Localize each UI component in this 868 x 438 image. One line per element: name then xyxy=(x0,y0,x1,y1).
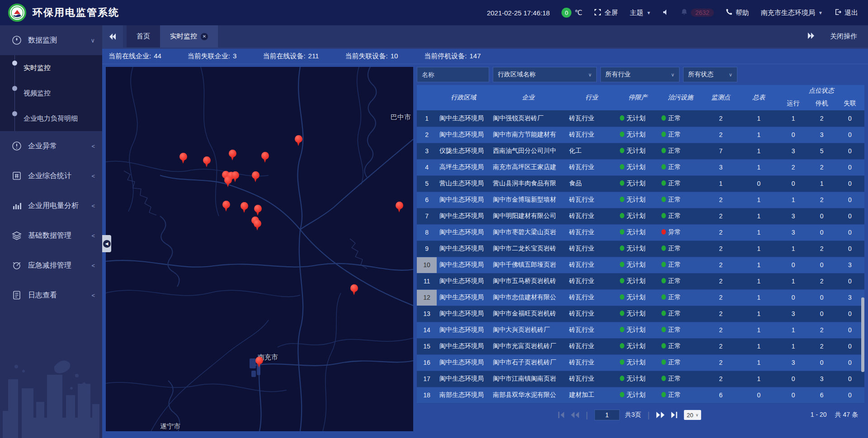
cell-stopped: 2 xyxy=(808,240,835,257)
cell-offline: 0 xyxy=(835,224,864,240)
map-marker[interactable] xyxy=(254,205,262,216)
marker-head xyxy=(295,135,302,143)
tab-close-icon[interactable]: ✕ xyxy=(201,33,208,40)
map-collapse-handle[interactable]: ◀ xyxy=(102,235,111,252)
help-button[interactable]: 帮助 xyxy=(726,9,749,17)
cell-monitor: 2 xyxy=(702,273,739,289)
vertical-scrollbar[interactable] xyxy=(861,297,864,372)
sidebar-item-4[interactable]: 基础数据管理< xyxy=(0,221,102,250)
table-row[interactable]: 5营山生态环境局营山县润丰肉食品有限食品无计划正常10010 xyxy=(417,175,864,192)
marker-head xyxy=(222,201,230,208)
table-row[interactable]: 7阆中生态环境局阆中明阳建材有限公司砖瓦行业无计划正常21300 xyxy=(417,208,864,224)
status-dot-green xyxy=(620,148,624,153)
map-marker[interactable] xyxy=(222,201,231,212)
tabs-scroll-right-button[interactable] xyxy=(807,33,815,40)
logout-button[interactable]: 退出 xyxy=(835,9,858,17)
stat-value: 147 xyxy=(470,52,481,60)
sidebar-item-5[interactable]: 应急减排管理< xyxy=(0,250,102,280)
region-filter-select[interactable]: 行政区域名称 ∨ xyxy=(493,67,597,82)
last-page-button[interactable] xyxy=(670,412,679,418)
cell-offline: 3 xyxy=(835,289,864,306)
table-row[interactable]: 12阆中生态环境局阆中市忠信建材有限公砖瓦行业无计划正常21003 xyxy=(417,289,864,306)
table-row[interactable]: 18南部生态环境局南部县双华水泥有限公建材加工无计划正常60060 xyxy=(417,387,864,403)
sidebar-item-6[interactable]: 日志查看< xyxy=(0,280,102,310)
map-panel[interactable]: 巴中市南充市遂宁市 xyxy=(106,67,413,431)
table-row[interactable]: 3仪陇生态环境局西南油气田分公司川中化工无计划正常71350 xyxy=(417,143,864,159)
chevron-left-icon: < xyxy=(91,292,95,299)
table-row[interactable]: 2阆中生态环境局阆中市南方节能建材有砖瓦行业无计划正常21030 xyxy=(417,127,864,143)
cell-running: 0 xyxy=(778,387,808,403)
submenu-item-0[interactable]: 实时监控 xyxy=(0,55,102,80)
marker-head xyxy=(179,153,187,160)
table-row[interactable]: 14阆中生态环境局阆中大兴页岩机砖厂砖瓦行业无计划正常21120 xyxy=(417,322,864,338)
map-marker[interactable] xyxy=(295,135,303,146)
tab-home[interactable]: 首页 xyxy=(127,25,160,47)
marker-head xyxy=(231,171,239,179)
map-marker[interactable] xyxy=(229,150,237,161)
sidebar-item-label: 企业异常 xyxy=(28,141,57,151)
map-marker[interactable] xyxy=(255,357,264,368)
stat-item: 当前失联设备:10 xyxy=(345,52,398,61)
org-menu[interactable]: 南充市生态环境局 ▼ xyxy=(761,9,823,17)
cell-facility: 正常 xyxy=(659,143,702,159)
first-page-button[interactable] xyxy=(557,412,565,418)
cell-monitor: 2 xyxy=(702,192,739,208)
cell-facility: 正常 xyxy=(659,110,702,127)
table-row[interactable]: 17阆中生态环境局阆中市江南镇阆南页岩砖瓦行业无计划正常21030 xyxy=(417,371,864,387)
table-row[interactable]: 10阆中生态环境局阆中千佛镇五郎垭页岩砖瓦行业无计划正常21003 xyxy=(417,257,864,273)
tab-realtime-monitor[interactable]: 实时监控 ✕ xyxy=(160,25,218,47)
theme-menu[interactable]: 主题 ▼ xyxy=(630,9,651,17)
next-page-button[interactable] xyxy=(656,412,665,418)
map-marker[interactable] xyxy=(224,176,232,188)
table-row[interactable]: 13阆中生态环境局阆中市金福旺页岩机砖砖瓦行业无计划正常21300 xyxy=(417,306,864,322)
table-row[interactable]: 16阆中生态环境局阆中市石子页岩机砖厂砖瓦行业无计划正常21300 xyxy=(417,354,864,371)
stat-item: 当前在线企业:44 xyxy=(108,52,161,61)
map-marker[interactable] xyxy=(231,171,240,183)
table-row[interactable]: 4高坪生态环境局南充市高坪区王家店建砖瓦行业无计划正常31220 xyxy=(417,159,864,175)
cell-monitor: 2 xyxy=(702,289,739,306)
table-row[interactable]: 8阆中生态环境局阆中市枣碧大梁山页岩砖瓦行业无计划异常21300 xyxy=(417,224,864,240)
map-marker[interactable] xyxy=(254,220,262,231)
name-filter-input[interactable] xyxy=(417,67,489,82)
cell-meter: 1 xyxy=(739,110,778,127)
map-marker[interactable] xyxy=(203,156,211,168)
industry-filter-select[interactable]: 所有行业 ∨ xyxy=(600,67,679,82)
submenu-item-1[interactable]: 视频监控 xyxy=(0,80,102,106)
cell-running: 3 xyxy=(778,354,808,371)
map-marker[interactable] xyxy=(261,152,269,163)
status-dot-green xyxy=(620,327,624,332)
map-marker[interactable] xyxy=(396,202,404,213)
table-row[interactable]: 9阆中生态环境局阆中市二龙长宝页岩砖砖瓦行业无计划正常21120 xyxy=(417,240,864,257)
close-operations-button[interactable]: 关闭操作 xyxy=(830,32,857,41)
mute-button[interactable] xyxy=(663,9,669,17)
notifications[interactable]: 2632 xyxy=(681,9,714,17)
sidebar-item-2[interactable]: 企业综合统计< xyxy=(0,161,102,191)
status-filter-select[interactable]: 所有状态 ∨ xyxy=(683,67,737,82)
submenu-item-2[interactable]: 企业电力负荷明细 xyxy=(0,106,102,131)
cell-num: 18 xyxy=(417,387,437,403)
sidebar-item-0[interactable]: 数据监测∨ xyxy=(0,25,102,55)
table-row[interactable]: 6阆中生态环境局阆中市金博瑞新型墙材砖瓦行业无计划正常21120 xyxy=(417,192,864,208)
page-size-select[interactable]: 20 ∨ xyxy=(684,410,701,420)
sidebar-item-3[interactable]: 企业用电量分析< xyxy=(0,191,102,221)
table-row[interactable]: 1阆中生态环境局阆中强锐页岩砖厂砖瓦行业无计划正常21120 xyxy=(417,110,864,127)
enterprise-stats-icon xyxy=(12,171,22,181)
cell-industry: 砖瓦行业 xyxy=(566,127,617,143)
cell-region: 阆中生态环境局 xyxy=(437,273,490,289)
marker-head xyxy=(229,150,236,157)
tabs-scroll-left-button[interactable] xyxy=(102,25,123,47)
stat-value: 44 xyxy=(154,52,161,60)
map-marker[interactable] xyxy=(252,171,260,183)
table-row[interactable]: 15阆中生态环境局阆中市光富页岩机砖厂砖瓦行业无计划正常21120 xyxy=(417,338,864,354)
cell-monitor: 2 xyxy=(702,322,739,338)
fullscreen-button[interactable]: 全屏 xyxy=(594,9,618,17)
map-marker[interactable] xyxy=(241,202,249,213)
page-number-input[interactable] xyxy=(594,410,620,420)
table-row[interactable]: 11阆中生态环境局阆中市五马桥页岩机砖砖瓦行业无计划正常21120 xyxy=(417,273,864,289)
cell-meter: 1 xyxy=(739,273,778,289)
table-body-viewport[interactable]: 1阆中生态环境局阆中强锐页岩砖厂砖瓦行业无计划正常211202阆中生态环境局阆中… xyxy=(417,110,864,405)
sidebar-item-1[interactable]: 企业异常< xyxy=(0,131,102,161)
map-marker[interactable] xyxy=(350,284,359,296)
map-marker[interactable] xyxy=(179,153,188,164)
prev-page-button[interactable] xyxy=(571,412,580,418)
